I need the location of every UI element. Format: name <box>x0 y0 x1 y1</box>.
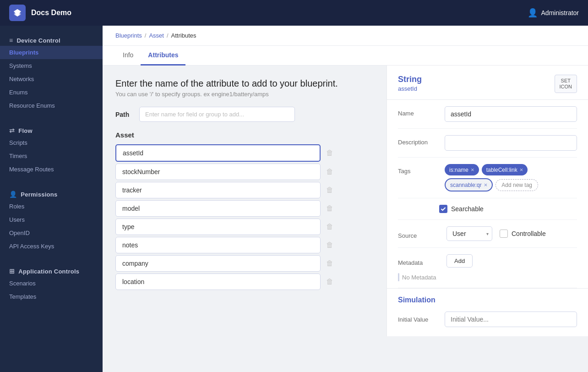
sidebar-item-networks[interactable]: Networks <box>0 72 103 86</box>
initial-value-input[interactable] <box>445 312 577 327</box>
sidebar-item-enums[interactable]: Enums <box>0 86 103 99</box>
description-field-row: Description <box>398 129 577 158</box>
attr-input-assetid[interactable] <box>115 144 321 162</box>
attr-row-notes: 🗑 <box>115 237 335 253</box>
attr-input-tracker[interactable] <box>115 182 321 198</box>
sidebar-item-resource-enums[interactable]: Resource Enums <box>0 99 103 112</box>
add-attr-title: Enter the name of the attribute to add t… <box>115 78 374 89</box>
main-content: Blueprints / Asset / Attributes Info Att… <box>103 26 588 372</box>
attr-input-stocknumber[interactable] <box>115 164 321 180</box>
attr-delete-location[interactable]: 🗑 <box>324 276 335 288</box>
right-panel-body: Name Description Tags <box>387 100 588 288</box>
breadcrumb: Blueprints / Asset / Attributes <box>103 26 588 46</box>
searchable-checkbox[interactable] <box>439 205 447 213</box>
source-select-wrapper: User System Derived ▾ <box>446 226 492 241</box>
sidebar-item-timers[interactable]: Timers <box>0 149 103 163</box>
sidebar-item-blueprints[interactable]: Blueprints <box>0 46 103 59</box>
tag-scannable-qr[interactable]: scannable:qr × <box>445 178 493 191</box>
description-field-value <box>445 135 577 151</box>
add-tag-button[interactable]: Add new tag <box>495 179 538 191</box>
tag-tablecell-link-remove[interactable]: × <box>520 166 523 173</box>
breadcrumb-sep-2: / <box>167 32 169 39</box>
attr-delete-company[interactable]: 🗑 <box>324 257 335 269</box>
metadata-label: Metadata <box>398 256 439 266</box>
attr-delete-notes[interactable]: 🗑 <box>324 239 335 251</box>
left-panel: Enter the name of the attribute to add t… <box>103 66 387 336</box>
sidebar-item-message-routes[interactable]: Message Routes <box>0 163 103 176</box>
divider-3 <box>0 257 103 260</box>
logo-icon <box>13 8 22 17</box>
flow-icon: ⇄ <box>9 127 15 134</box>
controllable-label[interactable]: Controllable <box>500 230 546 238</box>
attr-input-company[interactable] <box>115 255 321 272</box>
name-field-row: Name <box>398 100 577 129</box>
attr-row-type: 🗑 <box>115 219 335 235</box>
attr-row-stocknumber: 🗑 <box>115 164 335 180</box>
right-panel-type-block: String assetId <box>398 75 422 92</box>
attr-delete-tracker[interactable]: 🗑 <box>324 184 335 196</box>
attr-row-tracker: 🗑 <box>115 182 335 198</box>
breadcrumb-asset[interactable]: Asset <box>149 32 164 39</box>
app-logo[interactable] <box>9 5 26 21</box>
permissions-icon: 👤 <box>9 191 17 198</box>
name-label: Name <box>398 106 439 117</box>
searchable-row: Searchable <box>398 198 577 220</box>
topnav: Docs Demo 👤 Administrator <box>0 0 588 26</box>
simulation-header: Simulation <box>387 288 588 308</box>
tags-area: is:name × tableCell:link × scannable:qr … <box>445 164 577 191</box>
attribute-name-display: assetId <box>398 85 422 92</box>
sidebar-item-api-access-keys[interactable]: API Access Keys <box>0 240 103 253</box>
attr-row-assetid: 🗑 <box>115 144 335 162</box>
tag-scannable-qr-text: scannable:qr <box>450 182 482 188</box>
checkmark-icon <box>441 206 446 212</box>
set-icon-button[interactable]: SETICON <box>555 75 577 93</box>
content-area: Enter the name of the attribute to add t… <box>103 66 588 336</box>
initial-value-label: Initial Value <box>398 316 439 323</box>
name-field-value <box>445 106 577 122</box>
attr-input-location[interactable] <box>115 274 321 290</box>
add-metadata-button[interactable]: Add <box>446 254 473 268</box>
layout: ≡ Device Control Blueprints Systems Netw… <box>0 26 588 372</box>
tag-is-name-text: is:name <box>449 167 468 173</box>
sidebar-item-users[interactable]: Users <box>0 213 103 226</box>
attr-input-type[interactable] <box>115 219 321 235</box>
sidebar-item-templates[interactable]: Templates <box>0 290 103 303</box>
breadcrumb-blueprints[interactable]: Blueprints <box>115 32 142 39</box>
sidebar-item-scenarios[interactable]: Scenarios <box>0 277 103 290</box>
source-label: Source <box>398 229 439 239</box>
tags-label: Tags <box>398 164 439 175</box>
simulation-body: Initial Value <box>387 308 588 336</box>
sidebar-item-scripts[interactable]: Scripts <box>0 136 103 149</box>
tab-attributes[interactable]: Attributes <box>141 46 185 66</box>
attr-input-model[interactable] <box>115 200 321 217</box>
tag-is-name[interactable]: is:name × <box>445 164 479 175</box>
app-title: Docs Demo <box>31 9 71 17</box>
topnav-right: 👤 Administrator <box>528 8 579 18</box>
sidebar-item-roles[interactable]: Roles <box>0 200 103 213</box>
attr-delete-model[interactable]: 🗑 <box>324 202 335 214</box>
user-name: Administrator <box>541 9 579 16</box>
searchable-label[interactable]: Searchable <box>439 205 484 213</box>
tag-tablecell-link-text: tableCell:link <box>486 167 517 173</box>
right-panel: String assetId SETICON Name <box>387 66 588 336</box>
name-input[interactable] <box>445 106 577 122</box>
tag-tablecell-link[interactable]: tableCell:link × <box>482 164 528 175</box>
sidebar-section-device-control: ≡ Device Control <box>0 33 103 46</box>
source-select[interactable]: User System Derived <box>446 226 492 241</box>
tab-bar: Info Attributes <box>103 46 588 66</box>
sidebar-item-systems[interactable]: Systems <box>0 59 103 72</box>
attr-row-location: 🗑 <box>115 274 335 290</box>
attr-delete-stocknumber[interactable]: 🗑 <box>324 166 335 178</box>
tab-info[interactable]: Info <box>115 46 141 66</box>
path-label: Path <box>115 111 134 118</box>
attr-input-notes[interactable] <box>115 237 321 253</box>
attr-delete-type[interactable]: 🗑 <box>324 221 335 233</box>
path-input[interactable] <box>139 107 295 122</box>
description-input[interactable] <box>445 135 577 151</box>
divider-2 <box>0 180 103 183</box>
controllable-checkbox[interactable] <box>500 230 508 238</box>
sidebar-item-openid[interactable]: OpenID <box>0 226 103 240</box>
tag-is-name-remove[interactable]: × <box>471 166 474 173</box>
tag-scannable-qr-remove[interactable]: × <box>484 181 488 188</box>
attr-delete-assetid[interactable]: 🗑 <box>324 147 335 159</box>
